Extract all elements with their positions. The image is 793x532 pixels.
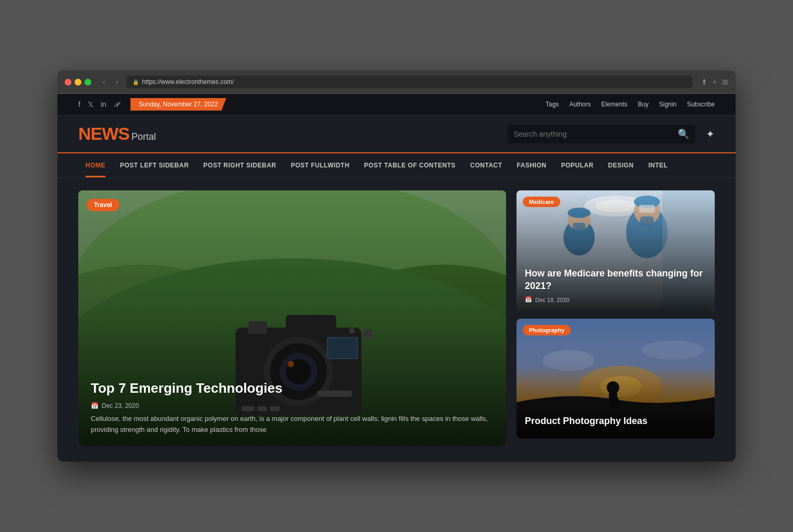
- featured-title: Top 7 Emerging Technologies: [91, 380, 494, 397]
- new-tab-icon[interactable]: +: [713, 78, 717, 86]
- main-content: Travel Top 7 Emerging Technologies 📅 Dec…: [57, 178, 736, 462]
- close-button[interactable]: [65, 79, 71, 86]
- medicare-date: Dec 18, 2020: [535, 297, 569, 303]
- theme-toggle-button[interactable]: ✦: [706, 128, 715, 140]
- featured-article[interactable]: Travel Top 7 Emerging Technologies 📅 Dec…: [78, 190, 506, 446]
- url-text: https://www.electronthemes.com/: [142, 78, 234, 86]
- grid-icon[interactable]: ⊞: [722, 78, 728, 86]
- svg-rect-14: [328, 338, 357, 358]
- traffic-lights: [65, 79, 91, 86]
- nav-popular[interactable]: POPULAR: [554, 153, 600, 177]
- nav-fashion[interactable]: FASHION: [510, 153, 554, 177]
- browser-actions: ⬆ + ⊞: [701, 78, 728, 86]
- facebook-icon[interactable]: f: [78, 100, 80, 108]
- nav-home[interactable]: HOME: [78, 153, 113, 177]
- twitter-icon[interactable]: 𝕏: [88, 100, 93, 108]
- site-header: NEWS Portal 🔍 ✦: [57, 115, 736, 153]
- header-right: 🔍 ✦: [508, 125, 715, 143]
- lock-icon: 🔒: [133, 79, 139, 85]
- main-nav: HOME POST LEFT SIDEBAR POST RIGHT SIDEBA…: [57, 153, 736, 178]
- calendar-icon-medicare: 📅: [525, 296, 532, 303]
- svg-point-15: [363, 329, 373, 339]
- photography-content: Product Photography Ideas: [516, 408, 715, 439]
- top-bar: f 𝕏 in 𝒫 Sunday, November 27, 2022 Tags …: [57, 94, 736, 115]
- nav-post-table-contents[interactable]: POST TABLE OF CONTENTS: [357, 153, 463, 177]
- back-button[interactable]: ‹: [100, 77, 109, 87]
- nav-contact[interactable]: CONTACT: [463, 153, 509, 177]
- sidebar-article-photography[interactable]: Photography Product Photography Ideas: [516, 319, 715, 439]
- nav-post-fullwidth[interactable]: POST FULLWIDTH: [284, 153, 357, 177]
- nav-intel[interactable]: INTEL: [641, 153, 675, 177]
- maximize-button[interactable]: [85, 79, 91, 86]
- featured-badge[interactable]: Travel: [87, 199, 119, 211]
- svg-point-12: [288, 361, 294, 367]
- logo-portal: Portal: [131, 131, 156, 142]
- tags-link[interactable]: Tags: [546, 101, 559, 108]
- buy-link[interactable]: Buy: [638, 101, 649, 108]
- minimize-button[interactable]: [75, 79, 81, 86]
- subscribe-link[interactable]: Subscribe: [687, 101, 715, 108]
- medicare-title: How are Medicare benefits changing for 2…: [525, 268, 706, 292]
- search-input[interactable]: [514, 125, 678, 143]
- sidebar-article-medicare[interactable]: Medicare How are Medicare benefits chang…: [516, 190, 715, 310]
- authors-link[interactable]: Authors: [569, 101, 591, 108]
- browser-window: ‹ › 🔒 https://www.electronthemes.com/ ⬆ …: [57, 70, 736, 462]
- site-content: f 𝕏 in 𝒫 Sunday, November 27, 2022 Tags …: [57, 94, 736, 462]
- share-icon[interactable]: ⬆: [701, 78, 707, 86]
- photography-title: Product Photography Ideas: [525, 415, 706, 427]
- photography-badge[interactable]: Photography: [523, 325, 571, 335]
- medicare-badge[interactable]: Medicare: [523, 197, 560, 207]
- site-logo[interactable]: NEWS Portal: [78, 124, 156, 144]
- linkedin-icon[interactable]: in: [101, 100, 106, 108]
- forward-button[interactable]: ›: [113, 77, 122, 87]
- featured-meta: 📅 Dec 23, 2020: [91, 402, 494, 409]
- date-badge: Sunday, November 27, 2022: [130, 98, 226, 111]
- nav-design[interactable]: DESIGN: [601, 153, 641, 177]
- nav-post-left-sidebar[interactable]: POST LEFT SIDEBAR: [113, 153, 196, 177]
- svg-point-16: [349, 328, 355, 334]
- browser-nav-buttons: ‹ ›: [100, 77, 121, 87]
- browser-chrome: ‹ › 🔒 https://www.electronthemes.com/ ⬆ …: [57, 70, 736, 94]
- elements-link[interactable]: Elements: [602, 101, 628, 108]
- featured-content: Top 7 Emerging Technologies 📅 Dec 23, 20…: [78, 369, 506, 446]
- medicare-content: How are Medicare benefits changing for 2…: [516, 260, 715, 310]
- top-bar-right: Tags Authors Elements Buy Signin Subscri…: [546, 101, 715, 108]
- address-bar[interactable]: 🔒 https://www.electronthemes.com/: [126, 76, 692, 88]
- sidebar-articles: Medicare How are Medicare benefits chang…: [516, 190, 715, 446]
- signin-link[interactable]: Signin: [659, 101, 676, 108]
- pinterest-icon[interactable]: 𝒫: [114, 100, 119, 109]
- search-icon[interactable]: 🔍: [678, 128, 689, 140]
- featured-excerpt: Cellulose, the most abundant organic pol…: [91, 414, 494, 436]
- medicare-meta: 📅 Dec 18, 2020: [525, 296, 706, 303]
- featured-date: Dec 23, 2020: [102, 402, 139, 409]
- top-bar-left: f 𝕏 in 𝒫 Sunday, November 27, 2022: [78, 98, 226, 111]
- logo-news: NEWS: [78, 124, 129, 144]
- svg-rect-21: [248, 321, 267, 334]
- calendar-icon: 📅: [91, 402, 99, 409]
- svg-rect-7: [286, 315, 336, 334]
- nav-post-right-sidebar[interactable]: POST RIGHT SIDEBAR: [196, 153, 284, 177]
- search-container[interactable]: 🔍: [508, 125, 695, 143]
